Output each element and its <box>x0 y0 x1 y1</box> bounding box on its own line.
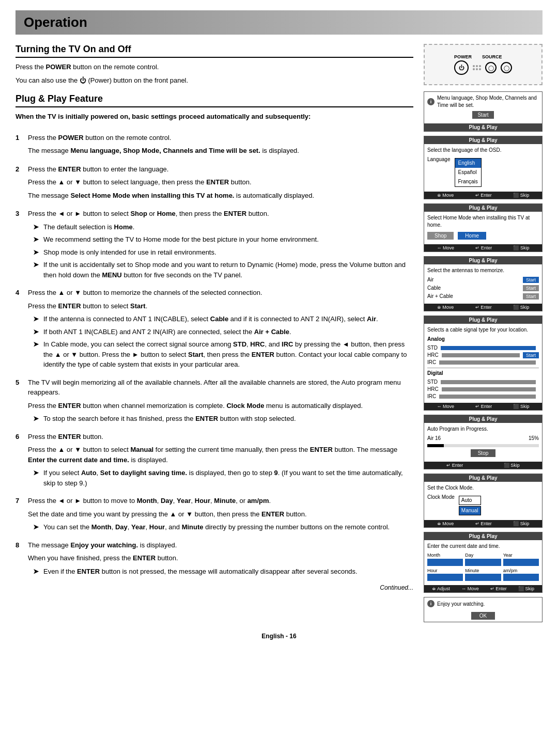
step-3-content: Press the ◄ or ► button to select Shop o… <box>28 209 413 282</box>
step-7-content: Press the ◄ or ► button to move to Month… <box>28 496 413 535</box>
antenna-cable: Cable Start <box>427 285 539 292</box>
std-row: STD <box>427 344 539 352</box>
day-input[interactable] <box>465 559 501 566</box>
step-2: 2 Press the ENTER button to enter the la… <box>16 164 413 204</box>
hour-input[interactable] <box>427 574 463 581</box>
footer-enter-7: ↵ Enter <box>475 521 492 526</box>
hour-label: Hour <box>427 568 463 574</box>
steps-list: 1 Press the POWER button on the remote c… <box>16 133 413 579</box>
footer-adjust-8: ≑ Adjust <box>432 586 450 591</box>
step-4-content: Press the ▲ or ▼ button to memorize the … <box>28 288 413 372</box>
footer-enter-8: ↵ Enter <box>490 586 507 591</box>
stop-button[interactable]: Stop <box>471 449 496 457</box>
air-cable-start-btn[interactable]: Start <box>523 293 539 300</box>
ampm-field: am/pm <box>503 568 539 581</box>
pnp-box-5-desc: Selects a cable signal type for your loc… <box>427 326 539 334</box>
air-channel-label: Air 16 <box>427 435 441 442</box>
start-button-1[interactable]: Start <box>472 111 493 119</box>
left-content: Turning the TV On and Off Press the POWE… <box>16 44 413 622</box>
continued-text: Continued... <box>16 584 413 591</box>
pnp-info-row-1: i Menu language, Shop Mode, Channels and… <box>427 94 539 109</box>
bullet-item: ➤Shop mode is only intended for use in r… <box>33 247 413 258</box>
step-4-num: 4 <box>16 288 23 372</box>
pnp-header-7: Plug & Play <box>424 474 542 482</box>
power-label: POWER <box>454 54 472 59</box>
air-progress-row: Air 16 15% <box>427 435 539 442</box>
right-panel: POWER SOURCE ⏻ ◯ ◯ <box>424 44 542 622</box>
step-3: 3 Press the ◄ or ► button to select Shop… <box>16 209 413 282</box>
footer-enter-3: ↵ Enter <box>475 245 492 250</box>
month-input[interactable] <box>427 559 463 566</box>
year-input[interactable] <box>503 559 539 566</box>
mode-buttons: Shop Home <box>427 232 539 240</box>
step-7-bullets: ➤You can set the Month, Day, Year, Hour,… <box>28 522 413 532</box>
ok-button[interactable]: OK <box>471 612 495 620</box>
day-field: Day <box>465 552 501 566</box>
irc-d-label: IRC <box>427 393 436 400</box>
air-start-btn[interactable]: Start <box>523 277 539 283</box>
pnp-footer-2: ≑ Move ↵ Enter ⬛ Skip <box>424 192 542 199</box>
antenna-cable-label: Cable <box>427 285 441 292</box>
std-d-label: STD <box>427 379 438 386</box>
shop-button[interactable]: Shop <box>427 232 454 240</box>
pnp-box-2-desc: Select the language of the OSD. <box>427 147 539 154</box>
pnp-footer-8: ≑ Adjust ↔ Move ↵ Enter ⬛ Skip <box>424 585 542 592</box>
time-row: Hour Minute am/pm <box>427 568 539 581</box>
footer-skip-8: ⬛ Skip <box>518 586 534 591</box>
hrc-d-label: HRC <box>427 386 439 393</box>
progress-fill <box>427 444 444 447</box>
pnp-header-6: Plug & Play <box>424 415 542 423</box>
pnp-header-1: Plug & Play <box>424 123 542 131</box>
irc-row: IRC <box>427 359 539 366</box>
clock-manual[interactable]: Manual <box>459 506 481 515</box>
irc-d-bar <box>439 395 536 399</box>
pnp-box-3-desc: Select Home Mode when installing this TV… <box>427 214 539 229</box>
step-8: 8 The message Enjoy your watching. is di… <box>16 540 413 579</box>
footer-move-4: ≑ Move <box>437 305 454 310</box>
enjoy-box: i Enjoy your watching. OK <box>424 597 542 622</box>
pnp-header-2: Plug & Play <box>424 136 542 144</box>
pnp-box-5-body: Selects a cable signal type for your loc… <box>424 324 542 403</box>
lang-espanol[interactable]: Español <box>455 168 481 177</box>
lang-english[interactable]: English <box>455 159 481 168</box>
page-title: Operation <box>24 14 534 30</box>
section-plug-play: Plug & Play Feature When the TV is initi… <box>16 93 413 579</box>
step-8-content: The message Enjoy your watching. is disp… <box>28 540 413 579</box>
step-5: 5 The TV will begin memorizing all of th… <box>16 377 413 427</box>
pnp-box-2-body: Select the language of the OSD. Language… <box>424 144 542 192</box>
year-field: Year <box>503 552 539 566</box>
step-5-num: 5 <box>16 377 23 427</box>
hrc-start-btn[interactable]: Start <box>523 352 539 358</box>
tv-controls: POWER SOURCE ⏻ ◯ ◯ <box>454 54 512 75</box>
hrc-bar <box>442 353 520 357</box>
cable-start-btn[interactable]: Start <box>523 285 539 291</box>
minute-input[interactable] <box>465 574 501 581</box>
clock-auto[interactable]: Auto <box>459 496 481 505</box>
step-1: 1 Press the POWER button on the remote c… <box>16 133 413 159</box>
ampm-input[interactable] <box>503 574 539 581</box>
pnp-box-1: i Menu language, Shop Mode, Channels and… <box>424 91 542 132</box>
hour-field: Hour <box>427 568 463 581</box>
bullet-item: ➤In Cable mode, you can select the corre… <box>33 339 413 370</box>
section2-intro: When the TV is initially powered on, bas… <box>16 112 413 122</box>
step-4-bullets: ➤If the antenna is connected to ANT 1 IN… <box>28 314 413 370</box>
pnp-box-7-body: Set the Clock Mode. Clock Mode Auto Manu… <box>424 482 542 520</box>
antenna-air-cable: Air + Cable Start <box>427 293 539 300</box>
pnp-header-3: Plug & Play <box>424 204 542 212</box>
lang-francais[interactable]: Français <box>455 177 481 186</box>
step-6-content: Press the ENTER button. Press the ▲ or ▼… <box>28 432 413 491</box>
pnp-box-4-desc: Select the antennas to memorize. <box>427 267 539 274</box>
home-button[interactable]: Home <box>458 232 486 240</box>
hrc-d-row: HRC <box>427 386 539 393</box>
hrc-label: HRC <box>427 352 439 359</box>
std-d-bar <box>441 380 536 384</box>
language-select-box[interactable]: English Español Français <box>455 158 482 187</box>
operation-header: Operation <box>16 10 542 35</box>
pnp-footer-3: ↔ Move ↵ Enter ⬛ Skip <box>424 244 542 251</box>
analog-section: Analog <box>427 336 539 343</box>
footer-skip-4: ⬛ Skip <box>513 305 529 310</box>
year-label: Year <box>503 552 539 559</box>
pnp-footer-6: ↵ Enter ⬛ Skip <box>424 462 542 469</box>
step-2-content: Press the ENTER button to enter the lang… <box>28 164 413 204</box>
pnp-box-7-desc: Set the Clock Mode. <box>427 484 539 492</box>
